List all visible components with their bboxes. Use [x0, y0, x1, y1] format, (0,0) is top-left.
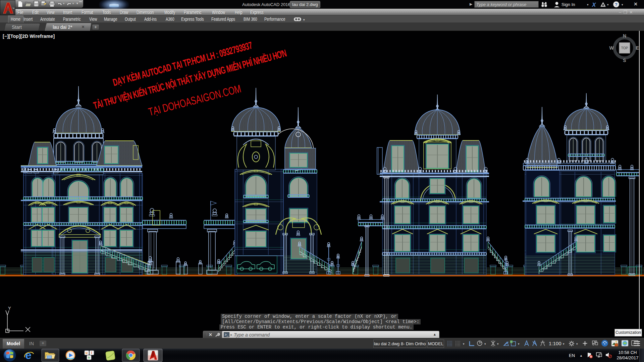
svg-text:▾: ▾	[63, 2, 64, 5]
svg-text:TOP: TOP	[621, 46, 628, 50]
svg-text:EN: EN	[569, 353, 575, 358]
svg-text:W: W	[609, 45, 614, 51]
svg-text:▾: ▾	[497, 342, 499, 346]
svg-text:u: u	[86, 351, 88, 355]
svg-text:▲: ▲	[580, 354, 583, 357]
svg-text:i: i	[91, 351, 92, 355]
svg-text:Sign In: Sign In	[561, 2, 575, 7]
svg-text:▾: ▾	[622, 3, 623, 6]
svg-text:N: N	[623, 33, 626, 39]
svg-text:▾: ▾	[463, 342, 465, 346]
svg-text:▾: ▾	[563, 342, 565, 346]
svg-text:▾: ▾	[76, 2, 78, 5]
svg-text:▾: ▾	[303, 18, 305, 21]
svg-text:▾: ▾	[587, 3, 589, 6]
svg-text:E: E	[636, 45, 639, 51]
svg-text:1:100: 1:100	[549, 341, 561, 346]
svg-text:?: ?	[615, 2, 618, 7]
svg-text:▾: ▾	[518, 342, 520, 346]
svg-text:▾: ▾	[484, 342, 486, 346]
svg-text:e: e	[25, 349, 32, 361]
svg-text:Y: Y	[8, 306, 11, 311]
svg-text:n: n	[88, 356, 90, 359]
svg-text:S: S	[623, 58, 626, 63]
svg-text:▾: ▾	[72, 2, 74, 5]
svg-text:X: X	[592, 2, 596, 8]
svg-text:▾: ▾	[607, 3, 609, 6]
svg-text:▾: ▾	[576, 342, 578, 346]
